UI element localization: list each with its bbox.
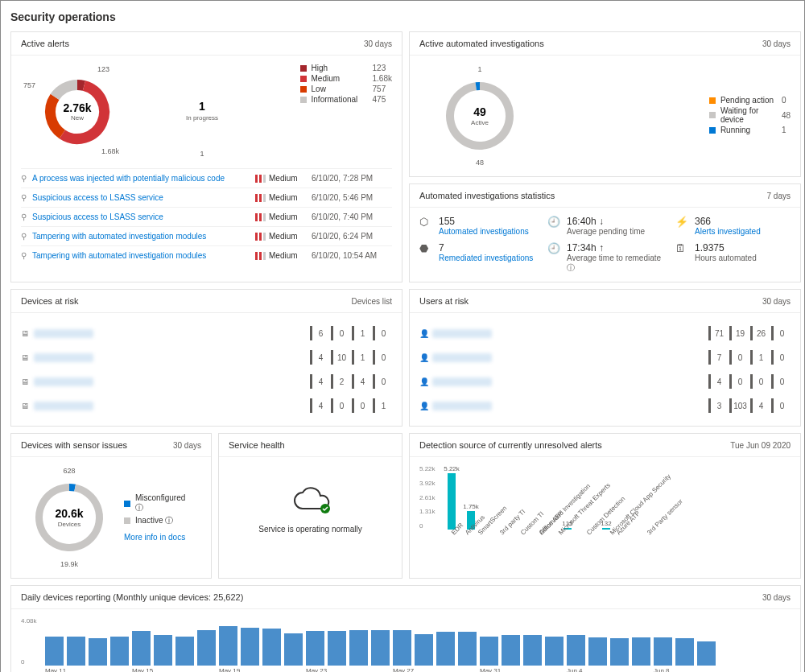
risk-row[interactable]: 👤 redactedxxxxxxx 4000	[419, 369, 791, 394]
risk-row[interactable]: 👤 redactedxxxxxxx 7119260	[419, 321, 791, 345]
daily-bar[interactable]	[110, 637, 129, 666]
legend-item[interactable]: High123	[300, 64, 392, 72]
daily-bar[interactable]	[241, 628, 259, 666]
legend-item[interactable]: Low757	[300, 85, 392, 93]
daily-bar[interactable]	[371, 630, 390, 666]
detection-bar[interactable]: SmartScreen	[482, 529, 498, 530]
card-daily-devices: Daily devices reporting (Monthly unique …	[10, 585, 801, 672]
hex-check-icon: ⬣	[419, 242, 432, 255]
daily-bar[interactable]	[328, 631, 346, 666]
daily-bar[interactable]	[219, 626, 237, 666]
daily-bar[interactable]	[154, 635, 172, 666]
daily-bar[interactable]	[175, 637, 194, 666]
daily-bar[interactable]	[436, 632, 455, 666]
alert-link[interactable]: A process was injected with potentially …	[32, 174, 255, 183]
daily-bar[interactable]	[349, 630, 368, 666]
legend-item[interactable]: Informational475	[300, 95, 392, 104]
risk-row[interactable]: 🖥 redactedxxxxxxx 4240	[21, 369, 392, 394]
alert-timestamp: 6/10/20, 6:24 PM	[312, 232, 392, 241]
alert-row[interactable]: ⚲ Suspicious access to LSASS service Med…	[21, 207, 392, 226]
stat-item[interactable]: ⬡ 155Automated investigations	[419, 216, 535, 236]
daily-bar[interactable]	[610, 638, 629, 666]
daily-bar[interactable]	[697, 641, 716, 666]
legend-item[interactable]: Waiting for device48	[709, 106, 791, 124]
detection-bar[interactable]: 1.75kAntivirus	[463, 503, 479, 530]
daily-bar[interactable]	[306, 631, 324, 666]
alert-link[interactable]: Suspicious access to LSASS service	[32, 212, 255, 221]
alert-link[interactable]: Suspicious access to LSASS service	[32, 193, 255, 202]
risk-name[interactable]: redactedxxxxxxx	[34, 402, 310, 410]
svg-text:49: 49	[473, 105, 486, 118]
alert-link[interactable]: Tampering with automated investigation m…	[32, 232, 255, 241]
daily-bar[interactable]	[393, 630, 411, 666]
legend-item[interactable]: Misconfigured ⓘ	[124, 493, 192, 513]
svg-text:1: 1	[200, 150, 204, 158]
daily-bar[interactable]	[654, 637, 672, 666]
alert-row[interactable]: ⚲ A process was injected with potentiall…	[21, 168, 392, 188]
risk-name[interactable]: redactedxxxxxxx	[34, 353, 310, 362]
risk-name[interactable]: redactedxxxxxxx	[432, 402, 708, 410]
alert-icon: ⚲	[21, 212, 32, 221]
daily-bar[interactable]	[132, 631, 151, 666]
alert-icon: ⚲	[21, 174, 32, 183]
risk-name[interactable]: redactedxxxxxxx	[432, 329, 708, 338]
alert-timestamp: 6/10/20, 5:46 PM	[312, 193, 392, 202]
alert-icon: ⚲	[21, 232, 32, 241]
svg-text:628: 628	[63, 467, 75, 475]
risk-row[interactable]: 👤 redactedxxxxxxx 7010	[419, 345, 791, 369]
daily-bar[interactable]	[567, 635, 585, 666]
risk-row[interactable]: 🖥 redactedxxxxxxx 6010	[21, 321, 392, 345]
risk-row[interactable]: 🖥 redactedxxxxxxx 4001	[21, 394, 392, 418]
daily-bar[interactable]	[197, 630, 216, 666]
risk-row[interactable]: 👤 redactedxxxxxxx 310340	[419, 394, 791, 418]
risk-name[interactable]: redactedxxxxxxx	[432, 377, 708, 386]
devices-list-link[interactable]: Devices list	[351, 297, 392, 306]
risk-name[interactable]: redactedxxxxxxx	[432, 353, 708, 362]
daily-bar[interactable]	[523, 635, 542, 666]
risk-name[interactable]: redactedxxxxxxx	[34, 377, 310, 386]
detection-bar[interactable]: Custom TI	[521, 529, 537, 530]
daily-bar[interactable]	[480, 637, 498, 666]
donut-sensor[interactable]: 20.6k Devices 628 19.9k	[21, 465, 118, 570]
donut-inprogress-alerts[interactable]: 1 In progress 1	[158, 64, 246, 160]
daily-bar[interactable]	[502, 635, 520, 666]
daily-bar[interactable]	[415, 634, 433, 666]
user-icon: 👤	[419, 353, 432, 362]
alert-row[interactable]: ⚲ Suspicious access to LSASS service Med…	[21, 188, 392, 207]
card-title: Users at risk	[419, 296, 469, 306]
stat-item[interactable]: ⚡ 366Alerts investigated	[675, 216, 791, 236]
alert-icon: ⚲	[21, 193, 32, 202]
daily-bar[interactable]	[588, 637, 607, 666]
card-period: 30 days	[762, 297, 791, 306]
card-investigation-stats: Automated investigations statistics 7 da…	[409, 183, 801, 282]
daily-bar[interactable]	[675, 638, 694, 666]
stat-item[interactable]: ⬣ 7Remediated investigations	[419, 242, 535, 274]
daily-bar[interactable]	[284, 633, 303, 666]
daily-bar[interactable]	[262, 629, 281, 666]
alert-link[interactable]: Tampering with automated investigation m…	[32, 251, 255, 260]
svg-text:Active: Active	[471, 119, 489, 126]
sensor-docs-link[interactable]: More info in docs	[124, 533, 192, 542]
detection-bar[interactable]: 3rd party TI	[502, 529, 518, 530]
donut-investigations[interactable]: 49 Active 1 48	[419, 64, 540, 168]
stat-item: 🕘 17:34h ↑Average time to remediate ⓘ	[547, 242, 663, 274]
donut-new-alerts[interactable]: 2.76k New 123 757 1.68k	[21, 64, 142, 160]
legend-item[interactable]: Medium1.68k	[300, 74, 392, 83]
alert-row[interactable]: ⚲ Tampering with automated investigation…	[21, 226, 392, 245]
card-detection-source: Detection source of currently unresolved…	[409, 433, 801, 579]
daily-bar[interactable]	[45, 637, 64, 666]
cloud-icon	[287, 486, 335, 518]
legend-item[interactable]: Inactive ⓘ	[124, 515, 192, 526]
risk-name[interactable]: redactedxxxxxxx	[34, 329, 310, 338]
legend-item[interactable]: Running1	[709, 126, 791, 134]
daily-bar[interactable]	[632, 637, 650, 666]
risk-row[interactable]: 🖥 redactedxxxxxxx 41010	[21, 345, 392, 369]
daily-bar[interactable]	[67, 637, 85, 666]
daily-bar[interactable]	[458, 632, 477, 666]
legend-item[interactable]: Pending action0	[709, 96, 791, 105]
daily-bar[interactable]	[545, 637, 564, 666]
alert-row[interactable]: ⚲ Tampering with automated investigation…	[21, 245, 392, 265]
detection-bar[interactable]: 5.22kEDR	[444, 465, 460, 530]
daily-bar[interactable]	[89, 638, 107, 666]
detection-bar[interactable]: 3rd Party sensor	[656, 529, 672, 530]
